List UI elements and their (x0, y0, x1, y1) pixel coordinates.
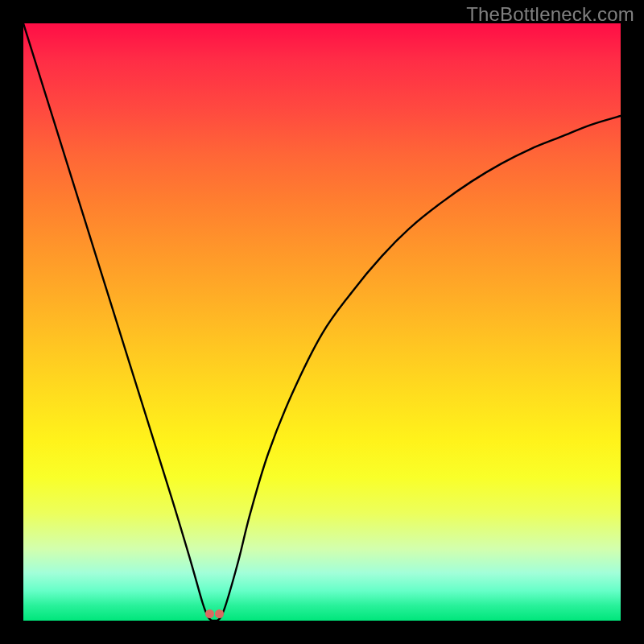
chart-frame: TheBottleneck.com (0, 0, 644, 644)
plot-area (23, 23, 621, 621)
indicator-dot (215, 609, 224, 618)
bottleneck-markers (205, 609, 224, 618)
bottleneck-curve (23, 23, 621, 621)
watermark-text: TheBottleneck.com (466, 3, 634, 26)
indicator-dot (205, 609, 214, 618)
